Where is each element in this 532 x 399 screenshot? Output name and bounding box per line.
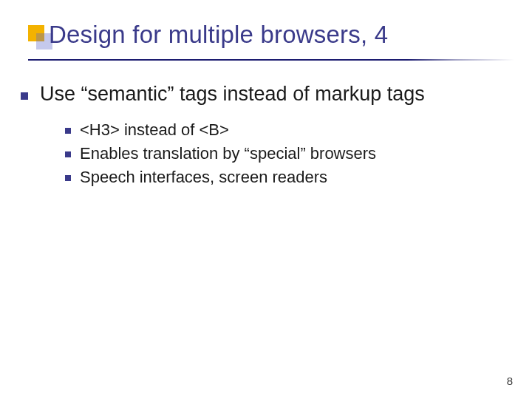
bullet-level2: Enables translation by “special” browser…: [65, 144, 514, 163]
bullet-text: Enables translation by “special” browser…: [80, 144, 376, 163]
square-bullet-icon: [65, 175, 71, 181]
square-bullet-icon: [65, 128, 71, 134]
page-number: 8: [507, 375, 513, 387]
sub-bullet-list: <H3> instead of <B> Enables translation …: [65, 120, 514, 187]
square-bullet-icon: [21, 92, 28, 100]
bullet-level2: Speech interfaces, screen readers: [65, 168, 514, 187]
bullet-level2: <H3> instead of <B>: [65, 120, 514, 140]
slide-body: Use “semantic” tags instead of markup ta…: [21, 83, 514, 191]
bullet-level1: Use “semantic” tags instead of markup ta…: [21, 83, 514, 106]
square-bullet-icon: [65, 151, 71, 157]
title-underline: [28, 59, 514, 61]
bullet-text: <H3> instead of <B>: [80, 120, 229, 140]
bullet-text: Use “semantic” tags instead of markup ta…: [40, 83, 425, 106]
title-block: Design for multiple browsers, 4: [28, 21, 388, 49]
bullet-text: Speech interfaces, screen readers: [80, 168, 327, 187]
slide-title: Design for multiple browsers, 4: [49, 21, 388, 49]
